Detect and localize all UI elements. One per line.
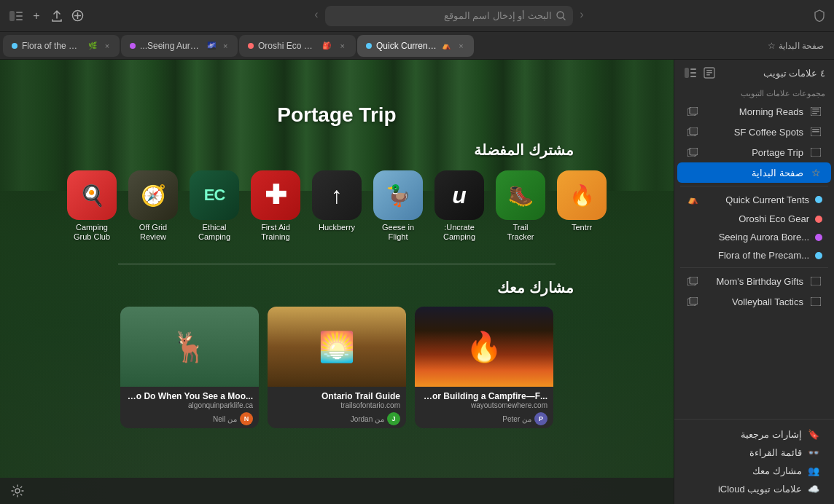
tab-close-quicktents[interactable]: ×	[457, 41, 465, 51]
sidebar-bottom: 🔖 إشارات مرجعية 👓 قائمة القراءة 👥 مشارك …	[674, 419, 834, 504]
sidebar-tabs-icon-2	[686, 146, 699, 159]
app-item-tentrr[interactable]: 🔥 Tentrr	[557, 170, 607, 242]
article-card-0[interactable]: 🦌 ...What To Do When You See a Moo algon…	[120, 307, 259, 428]
sidebar-bottom-bookmarks[interactable]: 🔖 إشارات مرجعية	[680, 425, 828, 444]
tab-close-flora[interactable]: ×	[104, 41, 111, 51]
tab-favicon-oroshi: 🎒	[321, 41, 332, 51]
article-source-0: algonquinparklife.ca	[126, 401, 253, 409]
new-tab-icon[interactable]: +	[29, 9, 44, 23]
search-bar[interactable]: البحث أو إدخال اسم الموقع	[325, 6, 573, 26]
sidebar-bottom-label-2: مشارك معك	[752, 465, 802, 476]
article-image-0: 🦌	[120, 307, 259, 387]
sidebar-item-left-5: Oroshi Eco Gear	[686, 213, 822, 224]
app-item-huckberry[interactable]: ↑ Huckberry	[312, 170, 362, 242]
sidebar-tabs-icon-1	[686, 125, 699, 138]
tab-label-flora: Flora of the Precambi	[22, 41, 83, 51]
tab-favicon-aurora: 🌌	[206, 41, 217, 51]
svg-rect-28	[690, 148, 698, 155]
svg-rect-14	[690, 76, 696, 77]
tab-dot-flora	[12, 43, 17, 49]
app-item-geese[interactable]: 🦆 Geese inFlight	[373, 170, 423, 242]
sidebar-item-volleyball[interactable]: Volleyball Tactics	[677, 291, 831, 312]
sidebar-item-home-page[interactable]: ☆ صفحة البداية	[677, 162, 831, 183]
app-icon-offgrid: 🧭	[128, 170, 178, 220]
tab-quicktents[interactable]: Quick Current Tents ⛺ ×	[357, 35, 474, 57]
tab-label-quicktents: Quick Current Tents	[376, 41, 437, 51]
sidebar-item-coffee-spots[interactable]: SF Coffee Spots	[677, 122, 831, 142]
sidebar-item-label-1: SF Coffee Spots	[734, 127, 803, 138]
sender-label-0: من Neil	[213, 415, 237, 423]
sidebar-item-left-8: Mom's Birthday Gifts	[699, 275, 822, 288]
article-footer-2: ...Tricks For Building a Campfire—F wayo…	[415, 387, 553, 428]
app-icon-firstaid: ✚	[251, 170, 300, 220]
app-item-offgrid[interactable]: 🧭 Off GridReview	[128, 170, 178, 242]
sidebar-tabs-icon-0	[686, 105, 699, 118]
app-label-tentrr: Tentrr	[572, 223, 592, 232]
svg-rect-3	[16, 19, 23, 20]
article-source-2: wayoutsomewhere.com	[421, 401, 547, 409]
app-label-huckberry: Huckberry	[319, 223, 355, 232]
article-card-2[interactable]: 🔥 ...Tricks For Building a Campfire—F wa…	[415, 307, 553, 428]
sidebar-item-quick-tents[interactable]: Quick Current Tents ⛺	[677, 189, 831, 210]
app-item-uncrate[interactable]: u :UncrateCamping	[434, 170, 484, 242]
back-button[interactable]: ‹	[308, 6, 325, 23]
app-icon-uncrate: u	[434, 170, 484, 220]
sidebar-item-flora[interactable]: ...Flora of the Precam	[677, 246, 831, 264]
app-label-ethical: EthicalCamping	[198, 223, 230, 242]
sender-label-2: من Peter	[502, 415, 531, 423]
article-image-1: 🌅	[268, 307, 406, 387]
app-item-camping-grub[interactable]: 🍳 CampingGrub Club	[67, 170, 117, 242]
sender-avatar-0: N	[240, 412, 253, 425]
tab-aurora[interactable]: ...Seeing Aurora Boreali 🌌 ×	[121, 35, 238, 57]
sidebar-item-label-4: Quick Current Tents	[725, 194, 809, 205]
app-item-trail[interactable]: 🥾 TrailTracker	[496, 170, 545, 242]
svg-point-6	[15, 489, 20, 493]
tab-home[interactable]: صفحة البداية ☆	[760, 41, 831, 51]
tab-overview-icon[interactable]	[70, 9, 85, 23]
sender-avatar-2: P	[534, 412, 547, 425]
tab-close-aurora[interactable]: ×	[222, 41, 229, 51]
sidebar-hide-icon[interactable]	[683, 66, 698, 80]
sidebar-item-icon-1	[809, 125, 822, 138]
articles-row: 🦌 ...What To Do When You See a Moo algon…	[120, 307, 553, 428]
tab-oroshi[interactable]: Oroshi Eco Gear 🎒 ×	[239, 35, 356, 57]
sidebar-bottom-reading-list[interactable]: 👓 قائمة القراءة	[680, 444, 828, 462]
tab-label-oroshi: Oroshi Eco Gear	[258, 41, 317, 51]
sidebar-compose-icon[interactable]	[702, 66, 717, 80]
browser-content: Portage Trip مشترك المفضلة 🍳 CampingGrub…	[0, 60, 674, 504]
svg-rect-16	[812, 109, 819, 110]
tab-flora[interactable]: Flora of the Precambi 🌿 ×	[3, 35, 120, 57]
app-item-ethical[interactable]: EC EthicalCamping	[190, 170, 239, 242]
sidebar-item-label-2: Portage Trip	[752, 147, 803, 158]
svg-rect-20	[690, 107, 698, 114]
article-card-1[interactable]: 🌅 Ontario Trail Guide trailsofontario.co…	[268, 307, 406, 428]
sidebar-item-left-6: ...Seeing Aurora Bore	[686, 232, 822, 243]
sidebar-item-moms-gifts[interactable]: Mom's Birthday Gifts	[677, 271, 831, 291]
sidebar-section-label: مجموعات علامات التبويب	[674, 84, 834, 101]
svg-rect-26	[811, 148, 821, 157]
svg-rect-13	[690, 72, 696, 74]
shared-with-you-icon: 👥	[808, 465, 819, 476]
settings-icon[interactable]	[9, 482, 26, 500]
search-icon	[556, 11, 566, 20]
share-icon[interactable]	[50, 9, 64, 23]
sidebar-item-left-7: ...Flora of the Precam	[686, 250, 822, 261]
svg-rect-32	[811, 297, 821, 306]
sidebar-item-oroshi[interactable]: Oroshi Eco Gear	[677, 210, 831, 228]
sidebar-bottom-label-1: قائمة القراءة	[749, 447, 802, 458]
sidebar-toggle-icon[interactable]	[9, 9, 23, 23]
sidebar-bottom-shared[interactable]: 👥 مشارك معك	[680, 462, 828, 480]
sidebar-item-morning-reads[interactable]: Morning Reads	[677, 101, 831, 122]
app-item-firstaid[interactable]: ✚ First AidTraining	[251, 170, 300, 242]
tabbar: Flora of the Precambi 🌿 × ...Seeing Auro…	[0, 32, 834, 60]
sidebar-item-portage-trip[interactable]: Portage Trip	[677, 142, 831, 162]
tab-home-label: صفحة البداية	[779, 41, 824, 51]
sidebar-item-aurora[interactable]: ...Seeing Aurora Bore	[677, 228, 831, 246]
sidebar-bottom-icloud-tabs[interactable]: ☁️ علامات تبويب iCloud	[680, 480, 828, 498]
article-footer-0: ...What To Do When You See a Moo algonqu…	[120, 387, 259, 428]
titlebar-right	[814, 9, 825, 23]
tab-close-oroshi[interactable]: ×	[338, 41, 347, 51]
forward-button[interactable]: ›	[573, 6, 591, 23]
shield-icon	[814, 9, 825, 23]
app-label-offgrid: Off GridReview	[139, 223, 167, 242]
